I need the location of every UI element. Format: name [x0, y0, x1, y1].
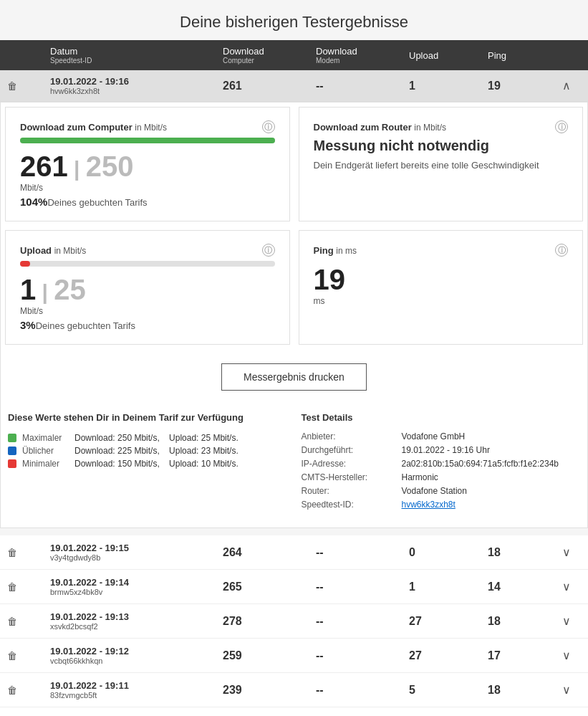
row-expand-icon[interactable]: ∨ [552, 614, 581, 628]
col-download-computer: Download Computer [223, 46, 316, 65]
upload-progress-container [20, 261, 275, 267]
ping-unit: ms [314, 296, 569, 306]
row-collapse-icon[interactable]: ∧ [552, 79, 581, 92]
upload-speed: 1 | 25 [20, 274, 275, 306]
speedtest-id-link[interactable]: hvw6kk3zxh8t [402, 500, 456, 510]
download-computer-unit: Mbit/s [20, 183, 275, 193]
row-modem: -- [316, 581, 409, 593]
row-trash-icon[interactable]: 🗑 [7, 547, 50, 558]
tariff-item-max: Maximaler Download: 250 Mbit/s, Upload: … [8, 433, 287, 443]
row-download: 264 [223, 546, 316, 559]
upload-panel-title: Upload in Mbit/s ⓘ [20, 244, 275, 257]
tariff-items: Maximaler Download: 250 Mbit/s, Upload: … [8, 433, 287, 469]
row-ping: 18 [488, 684, 552, 697]
row-date-id: 19.01.2022 - 19:13 xsvkd2bcsqf2 [50, 611, 223, 631]
row-date-id: 19.01.2022 - 19:16 hvw6kk3zxh8t [50, 76, 223, 95]
download-computer-progress-container [20, 138, 275, 143]
row-expand-icon[interactable]: ∨ [552, 545, 581, 559]
col-download-modem: Download Modem [316, 46, 409, 65]
row-date-id: 19.01.2022 - 19:12 vcbqt66kkhkqn [50, 646, 223, 665]
no-measure-title: Messung nicht notwendig [314, 138, 569, 154]
tariff-section: Diese Werte stehen Dir in Deinem Tarif z… [1, 405, 587, 528]
table-row: 🗑 19.01.2022 - 19:15 v3y4tgdwdy8b 264 --… [0, 535, 588, 570]
row-download: 278 [223, 615, 316, 628]
row-expand-icon[interactable]: ∨ [552, 683, 581, 697]
row-upload: 27 [409, 615, 488, 628]
tariff-max-dot [8, 434, 16, 442]
row-upload: 1 [409, 581, 488, 593]
row-upload: 27 [409, 649, 488, 662]
table-header: Datum Speedtest-ID Download Computer Dow… [0, 40, 588, 70]
download-computer-panel-title: Download zum Computer in Mbit/s ⓘ [20, 120, 275, 133]
table-row: 🗑 19.01.2022 - 19:12 vcbqt66kkhkqn 259 -… [0, 639, 588, 673]
tariff-section-title: Diese Werte stehen Dir in Deinem Tarif z… [8, 412, 287, 423]
test-detail-cmts: CMTS-Hersteller: Harmonic [302, 472, 581, 482]
tariff-min-dot [8, 459, 16, 468]
separator [0, 530, 588, 535]
row-modem: -- [316, 615, 409, 628]
test-detail-anbieter: Anbieter: Vodafone GmbH [302, 431, 581, 441]
print-button[interactable]: Messergebnis drucken [221, 363, 367, 391]
row-download-val: 261 [223, 80, 316, 92]
print-btn-container: Messergebnis drucken [1, 349, 587, 405]
tariff-item-min: Minimaler Download: 150 Mbit/s, Upload: … [8, 459, 287, 469]
row-date-id: 19.01.2022 - 19:14 brmw5xz4bk8v [50, 577, 223, 596]
row-date-id: 19.01.2022 - 19:15 v3y4tgdwdy8b [50, 543, 223, 562]
row-upload: 5 [409, 684, 488, 697]
row-download: 265 [223, 581, 316, 593]
download-computer-info-icon[interactable]: ⓘ [262, 120, 275, 133]
test-details-title: Test Details [302, 412, 581, 423]
row-download: 239 [223, 684, 316, 697]
test-details: Anbieter: Vodafone GmbH Durchgeführt: 19… [302, 431, 581, 510]
download-computer-speed: 261 | 250 [20, 151, 275, 183]
ping-info-icon[interactable]: ⓘ [555, 244, 568, 257]
row-ping: 18 [488, 546, 552, 559]
row-upload-val: 1 [409, 80, 488, 92]
test-detail-speedtest: Speedtest-ID: hvw6kk3zxh8t [302, 500, 581, 510]
tariff-left: Diese Werte stehen Dir in Deinem Tarif z… [8, 412, 287, 513]
row-modem: -- [316, 684, 409, 697]
download-computer-panel: Download zum Computer in Mbit/s ⓘ 261 | … [5, 107, 290, 221]
upload-info-icon[interactable]: ⓘ [262, 244, 275, 257]
row-expand-icon[interactable]: ∨ [552, 649, 581, 662]
ping-speed: 19 [314, 264, 569, 296]
upload-panel: Upload in Mbit/s ⓘ 1 | 25 Mbit/s 3%Deine… [5, 230, 290, 345]
detail-row-top: Download zum Computer in Mbit/s ⓘ 261 | … [1, 102, 587, 226]
row-ping: 18 [488, 615, 552, 628]
other-rows: 🗑 19.01.2022 - 19:15 v3y4tgdwdy8b 264 --… [0, 535, 588, 716]
col-upload: Upload [409, 50, 488, 61]
tariff-usual-dot [8, 447, 16, 455]
upload-tariff: 3%Deines gebuchten Tarifs [20, 319, 275, 331]
download-computer-progress-bar [20, 138, 275, 143]
row-trash-icon[interactable]: 🗑 [7, 650, 50, 662]
no-measure-sub: Dein Endgerät liefert bereits eine tolle… [314, 160, 569, 171]
row-trash-icon[interactable]: 🗑 [7, 581, 50, 593]
row-trash-icon[interactable]: 🗑 [7, 616, 50, 627]
detail-expanded: Download zum Computer in Mbit/s ⓘ 261 | … [0, 102, 588, 528]
row-expand-icon[interactable]: ∨ [552, 580, 581, 593]
row-modem-val: -- [316, 80, 409, 92]
test-detail-ip: IP-Adresse: 2a02:810b:15a0:694:71a5:fcfb… [302, 459, 581, 469]
row-ping: 17 [488, 649, 552, 662]
col-ping: Ping [488, 50, 552, 61]
tariff-item-usual: Üblicher Download: 225 Mbit/s, Upload: 2… [8, 446, 287, 456]
col-datum: Datum Speedtest-ID [50, 46, 223, 65]
row-date-id: 19.01.2022 - 19:11 83fzvmgcb5ft [50, 680, 223, 700]
row-download: 259 [223, 649, 316, 662]
row-ping-val: 19 [488, 80, 552, 92]
upload-unit: Mbit/s [20, 306, 275, 316]
download-router-info-icon[interactable]: ⓘ [555, 120, 568, 133]
ping-panel: Ping in ms ⓘ 19 ms [299, 230, 584, 345]
test-detail-durchgefuehrt: Durchgeführt: 19.01.2022 - 19:16 Uhr [302, 445, 581, 455]
row-modem: -- [316, 546, 409, 559]
download-router-panel-title: Download zum Router in Mbit/s ⓘ [314, 120, 569, 133]
table-row: 🗑 19.01.2022 - 19:11 83fzvmgcb5ft 239 --… [0, 673, 588, 707]
table-row: 🗑 19.01.2022 - 19:14 brmw5xz4bk8v 265 --… [0, 570, 588, 604]
row-trash-icon[interactable]: 🗑 [7, 684, 50, 696]
row-modem: -- [316, 649, 409, 662]
row-upload: 0 [409, 546, 488, 559]
row-ping: 14 [488, 581, 552, 593]
expanded-table-row: 🗑 19.01.2022 - 19:16 hvw6kk3zxh8t 261 --… [0, 70, 588, 102]
tariff-right: Test Details Anbieter: Vodafone GmbH Dur… [302, 412, 581, 513]
row-trash-icon[interactable]: 🗑 [7, 80, 50, 92]
